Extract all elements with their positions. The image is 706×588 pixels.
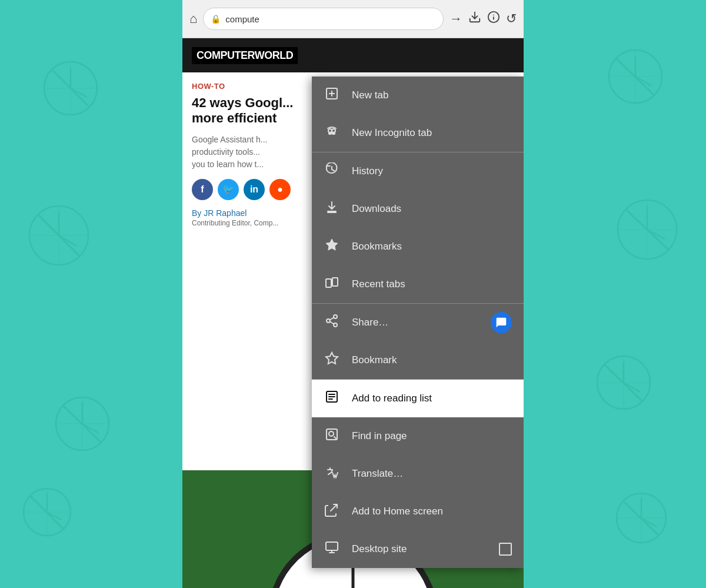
home-icon[interactable]: ⌂ [189, 11, 197, 26]
svg-rect-69 [326, 279, 331, 287]
share-label: Share… [352, 317, 479, 328]
facebook-icon[interactable]: f [192, 179, 213, 200]
recent-tabs-icon [324, 275, 340, 293]
svg-line-84 [331, 504, 337, 511]
svg-marker-68 [326, 239, 338, 250]
desktop-site-checkbox[interactable] [499, 543, 512, 556]
menu-item-bookmarks[interactable]: Bookmarks [312, 228, 524, 265]
menu-item-new-incognito-tab[interactable]: New Incognito tab [312, 114, 524, 152]
find-in-page-icon [324, 427, 340, 445]
linkedin-icon[interactable]: in [244, 179, 265, 200]
menu-item-downloads[interactable]: Downloads [312, 190, 524, 228]
bookmark-label: Bookmark [352, 354, 512, 366]
bookmarks-label: Bookmarks [352, 241, 512, 253]
menu-item-add-home-screen[interactable]: Add to Home screen [312, 493, 524, 530]
menu-item-find-in-page[interactable]: Find in page [312, 417, 524, 455]
forward-icon[interactable]: → [449, 11, 462, 26]
reading-list-icon [324, 390, 340, 407]
menu-item-share[interactable]: Share… [312, 304, 524, 341]
info-icon[interactable] [487, 11, 500, 27]
new-tab-icon [324, 87, 340, 104]
address-text: compute [225, 14, 259, 24]
add-home-screen-label: Add to Home screen [352, 506, 512, 517]
page-content: COMPUTERWORLD HOW-TO 42 ways Googl...mor… [182, 38, 524, 588]
recent-tabs-label: Recent tabs [352, 278, 512, 290]
svg-line-75 [330, 318, 334, 320]
incognito-label: New Incognito tab [352, 127, 512, 139]
svg-line-83 [334, 437, 336, 438]
svg-line-74 [330, 322, 334, 324]
site-logo: COMPUTERWORLD [192, 47, 298, 64]
find-in-page-label: Find in page [352, 430, 512, 442]
lock-icon: 🔒 [211, 14, 221, 24]
svg-rect-85 [326, 542, 338, 550]
menu-item-desktop-site[interactable]: Desktop site [312, 530, 524, 568]
refresh-icon[interactable]: ↺ [506, 11, 517, 26]
new-tab-label: New tab [352, 89, 512, 101]
browser-toolbar: ⌂ 🔒 compute → ↺ [182, 0, 524, 38]
menu-item-bookmark[interactable]: Bookmark [312, 341, 524, 379]
address-bar[interactable]: 🔒 compute [203, 8, 444, 30]
menu-item-recent-tabs[interactable]: Recent tabs [312, 265, 524, 303]
add-reading-list-label: Add to reading list [352, 393, 512, 404]
bookmark-icon [324, 351, 340, 369]
bookmarks-icon [324, 238, 340, 255]
add-home-icon [324, 503, 340, 520]
history-icon [324, 162, 340, 180]
desktop-site-label: Desktop site [352, 543, 487, 555]
svg-rect-66 [332, 132, 335, 134]
menu-item-add-reading-list[interactable]: Add to reading list [312, 380, 524, 417]
download-icon[interactable] [468, 11, 481, 27]
reddit-icon[interactable]: ● [269, 179, 291, 200]
svg-point-82 [329, 431, 334, 436]
phone-frame: ⌂ 🔒 compute → ↺ COMPUTERWORLD [182, 0, 524, 588]
desktop-site-icon [324, 540, 340, 558]
downloads-icon [324, 200, 340, 218]
translate-label: Translate… [352, 468, 512, 480]
share-badge [491, 312, 512, 333]
history-label: History [352, 165, 512, 177]
menu-item-history[interactable]: History [312, 152, 524, 190]
menu-item-new-tab[interactable]: New tab [312, 77, 524, 114]
menu-item-translate[interactable]: Translate… [312, 455, 524, 493]
svg-rect-70 [332, 278, 338, 286]
svg-marker-76 [326, 353, 338, 364]
translate-icon [324, 465, 340, 483]
downloads-label: Downloads [352, 203, 512, 215]
twitter-icon[interactable]: 🐦 [218, 179, 239, 200]
svg-rect-65 [329, 132, 331, 134]
site-header: COMPUTERWORLD [182, 38, 524, 72]
share-icon [324, 314, 340, 331]
dropdown-menu: New tab New Incognito tab [312, 77, 524, 568]
incognito-icon [324, 124, 340, 142]
